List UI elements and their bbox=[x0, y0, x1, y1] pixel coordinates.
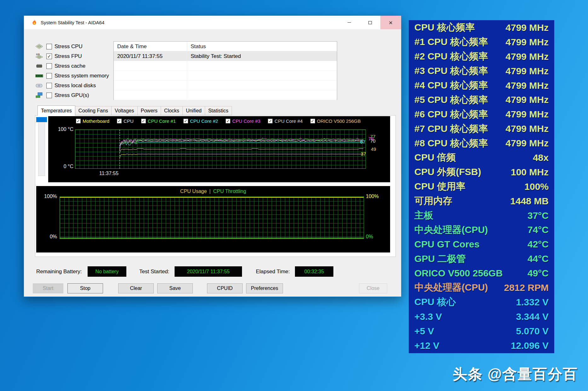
stress-option-stress-cpu[interactable]: Stress CPU bbox=[35, 42, 114, 51]
sensor-label: CPU 核心频率 bbox=[414, 21, 475, 34]
legend-checkbox[interactable]: ✓ bbox=[76, 119, 81, 123]
stress-option-stress-fpu[interactable]: 123✓Stress FPU bbox=[35, 51, 114, 61]
temperature-plot bbox=[75, 129, 366, 169]
sensor-label: CPU GT Cores bbox=[414, 239, 480, 250]
graph-scale-slider-thumb[interactable] bbox=[36, 117, 47, 122]
tab-temperatures[interactable]: Temperatures bbox=[37, 105, 75, 116]
legend-checkbox[interactable]: ✓ bbox=[268, 119, 273, 123]
sensor-label: #3 CPU 核心频率 bbox=[414, 65, 488, 77]
sensor-label: #6 CPU 核心频率 bbox=[414, 108, 488, 121]
maximize-button[interactable] bbox=[360, 16, 380, 29]
stress-option-stress-gpu-s[interactable]: Stress GPU(s) bbox=[35, 90, 114, 100]
minimize-button[interactable] bbox=[339, 16, 360, 29]
temp-trace-cpu-core-4 bbox=[120, 139, 363, 150]
legend-checkbox[interactable]: ✓ bbox=[310, 119, 315, 123]
temp-trace-cpu-core-2 bbox=[120, 142, 363, 146]
sensor-value: 12.096 V bbox=[511, 340, 549, 351]
log-row[interactable]: 2020/11/7 11:37:55Stability Test: Starte… bbox=[114, 51, 337, 61]
legend-checkbox[interactable]: ✓ bbox=[226, 119, 230, 123]
disk-icon bbox=[35, 82, 43, 89]
legend-checkbox[interactable]: ✓ bbox=[117, 119, 122, 123]
preferences-button[interactable]: Preferences bbox=[246, 283, 283, 293]
sensor-row-3-cpu: #3 CPU 核心频率4799 MHz bbox=[409, 64, 554, 78]
sensor-label: +3.3 V bbox=[414, 311, 442, 322]
temperature-legend: ✓Motherboard✓CPU✓CPU Core #1✓CPU Core #2… bbox=[76, 118, 361, 124]
graph-scale-slider-track[interactable] bbox=[38, 122, 45, 176]
tab-clocks[interactable]: Clocks bbox=[161, 106, 183, 115]
sensor-label: #5 CPU 核心频率 bbox=[414, 94, 488, 106]
sensor-row-: 主板37°C bbox=[409, 208, 554, 223]
sensor-row-cpu: 中央处理器(CPU)74°C bbox=[409, 223, 554, 237]
sensor-row-4-cpu: #4 CPU 核心频率4799 MHz bbox=[409, 78, 554, 93]
sensor-value: 1448 MB bbox=[510, 196, 549, 207]
sensor-row-: 可用内存1448 MB bbox=[409, 194, 554, 208]
memory-icon bbox=[35, 72, 43, 79]
sensor-label: 中央处理器(CPU) bbox=[414, 224, 488, 236]
legend-checkbox[interactable]: ✓ bbox=[183, 119, 188, 123]
start-button[interactable]: Start bbox=[33, 283, 63, 293]
close-button[interactable]: × bbox=[380, 16, 401, 29]
legend-label: ORICO V500 256GB bbox=[317, 118, 361, 124]
sensor-label: ORICO V500 256GB bbox=[414, 268, 503, 279]
log-col-status: Status bbox=[187, 42, 337, 51]
elapsed-time-value: 00:32:35 bbox=[295, 266, 333, 277]
legend-checkbox[interactable]: ✓ bbox=[141, 119, 146, 123]
sensor-value: 4799 MHz bbox=[505, 94, 549, 105]
save-button[interactable]: Save bbox=[157, 283, 193, 293]
sensor-value: 4799 MHz bbox=[505, 51, 549, 62]
cpuid-button[interactable]: CPUID bbox=[207, 283, 243, 293]
sensor-panel: CPU 核心频率4799 MHz#1 CPU 核心频率4799 MHz#2 CP… bbox=[409, 20, 554, 353]
stop-button[interactable]: Stop bbox=[67, 283, 103, 293]
stress-options: Stress CPU123✓Stress FPUStress cacheStre… bbox=[35, 42, 114, 100]
window-controls: × bbox=[339, 16, 401, 29]
legend-item-orico-v500-256gb: ✓ORICO V500 256GB bbox=[310, 118, 361, 124]
legend-item-cpu-core-3: ✓CPU Core #3 bbox=[226, 118, 260, 124]
tab-strip: TemperaturesCooling FansVoltagesPowersCl… bbox=[37, 105, 232, 116]
close-button[interactable]: Close bbox=[359, 283, 387, 293]
stress-option-label: Stress local disks bbox=[55, 82, 96, 89]
stress-checkbox[interactable] bbox=[46, 83, 52, 88]
stress-option-label: Stress system memory bbox=[55, 73, 109, 79]
stress-checkbox[interactable] bbox=[46, 44, 52, 49]
legend-item-cpu: ✓CPU bbox=[117, 118, 134, 124]
sensor-value: 3.344 V bbox=[516, 311, 549, 322]
stress-option-label: Stress FPU bbox=[55, 53, 82, 60]
stress-checkbox[interactable] bbox=[46, 73, 52, 79]
tab-voltages[interactable]: Voltages bbox=[112, 106, 137, 115]
window-title: System Stability Test - AIDA64 bbox=[41, 20, 104, 25]
sensor-label: +12 V bbox=[414, 340, 439, 351]
stress-option-stress-local-disks[interactable]: Stress local disks bbox=[35, 81, 114, 90]
usage-axis-max-right: 100% bbox=[366, 194, 379, 199]
tab-unified[interactable]: Unified bbox=[183, 106, 205, 115]
tab-statistics[interactable]: Statistics bbox=[205, 106, 232, 115]
sensor-row-cpu-fsb: CPU 外频(FSB)100 MHz bbox=[409, 165, 554, 179]
log-table-header: Date & Time Status bbox=[114, 42, 337, 51]
log-cell-datetime: 2020/11/7 11:37:55 bbox=[114, 51, 187, 61]
sensor-value: 4799 MHz bbox=[505, 22, 549, 33]
cpu-icon bbox=[35, 43, 43, 50]
sensor-row-7-cpu: #7 CPU 核心频率4799 MHz bbox=[409, 122, 554, 136]
legend-item-cpu-core-2: ✓CPU Core #2 bbox=[183, 118, 218, 124]
legend-label: CPU Core #4 bbox=[274, 118, 303, 124]
temp-axis-min: 0 °C bbox=[55, 164, 73, 169]
legend-label: CPU bbox=[124, 118, 134, 124]
clear-button[interactable]: Clear bbox=[118, 283, 154, 293]
temp-trace-motherboard bbox=[120, 154, 363, 158]
stress-option-label: Stress GPU(s) bbox=[55, 92, 89, 99]
log-col-datetime: Date & Time bbox=[114, 42, 187, 51]
tab-cooling-fans[interactable]: Cooling Fans bbox=[75, 106, 112, 115]
sensor-row-cpu: CPU 倍频48x bbox=[409, 150, 554, 165]
stress-checkbox[interactable] bbox=[46, 63, 52, 69]
stress-option-stress-cache[interactable]: Stress cache bbox=[35, 61, 114, 71]
sensor-label: CPU 使用率 bbox=[414, 180, 465, 193]
stress-checkbox[interactable] bbox=[46, 93, 52, 98]
stress-option-label: Stress cache bbox=[55, 63, 85, 69]
sensor-row-cpu: CPU 使用率100% bbox=[409, 179, 554, 194]
fpu-icon: 123 bbox=[35, 53, 43, 60]
stress-option-stress-system-memory[interactable]: Stress system memory bbox=[35, 71, 114, 81]
log-table-body: 2020/11/7 11:37:55Stability Test: Starte… bbox=[114, 51, 337, 100]
tab-powers[interactable]: Powers bbox=[138, 106, 161, 115]
sensor-value: 74°C bbox=[527, 224, 549, 235]
sensor-label: #7 CPU 核心频率 bbox=[414, 122, 488, 135]
stress-checkbox[interactable]: ✓ bbox=[46, 54, 52, 59]
